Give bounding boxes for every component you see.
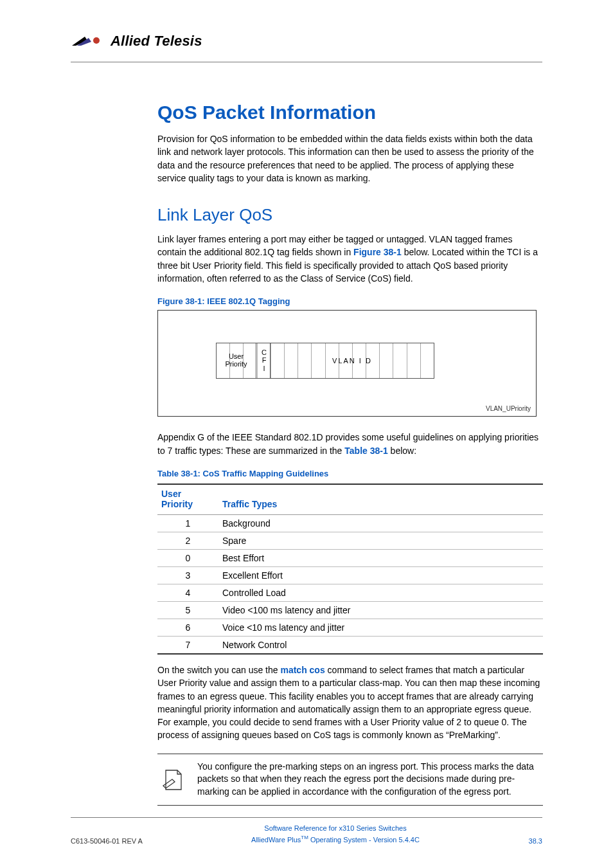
tag-frame-diagram: UserPriority C F I VLAN I D (216, 343, 434, 379)
table-row: 5Video <100 ms latency and jitter (157, 601, 543, 619)
header-rule (71, 62, 542, 62)
th-user-priority: UserPriority (157, 484, 218, 515)
p3-b: below: (388, 446, 416, 456)
match-cos-command-link[interactable]: match cos (280, 665, 324, 675)
table-caption: Table 38-1: CoS Traffic Mapping Guidelin… (157, 469, 543, 478)
page-footer: C613-50046-01 REV A Software Reference f… (71, 817, 542, 845)
brand-name: Allied Telesis (111, 33, 202, 50)
table-row: 7Network Control (157, 636, 543, 654)
label-user-priority: UserPriority (216, 352, 256, 368)
cell-up: 2 (157, 532, 218, 549)
table-row: 4Controlled Load (157, 584, 543, 601)
footer-page-number: 38.3 (504, 837, 542, 845)
cell-up: 4 (157, 584, 218, 601)
note-text: You configure the pre-marking steps on a… (197, 761, 543, 799)
cell-tt: Voice <10 ms latency and jitter (218, 619, 543, 636)
note-icon (157, 766, 188, 792)
cos-table: UserPriority Traffic Types 1Background 2… (157, 484, 543, 655)
figure-link[interactable]: Figure 38-1 (353, 247, 402, 257)
brand-logo: Allied Telesis (71, 33, 202, 50)
th-traffic-types: Traffic Types (218, 484, 543, 515)
intro-paragraph: Provision for QoS information to be embe… (157, 132, 543, 185)
svg-point-2 (93, 37, 100, 44)
cell-tt: Excellent Effort (218, 566, 543, 584)
cell-up: 3 (157, 566, 218, 584)
note-block: You configure the pre-marking steps on a… (157, 754, 543, 806)
table-link[interactable]: Table 38-1 (344, 446, 387, 456)
footer-doc-id: C613-50046-01 REV A (71, 837, 167, 845)
label-cfi: C F I (258, 348, 270, 372)
cell-tt: Spare (218, 532, 543, 549)
section-heading-link-layer: Link Layer QoS (157, 205, 543, 225)
cell-tt: Video <100 ms latency and jitter (218, 601, 543, 619)
figure-box: UserPriority C F I VLAN I D VLAN_UPriori… (157, 310, 537, 417)
table-row: 2Spare (157, 532, 543, 549)
page-title: QoS Packet Information (157, 102, 543, 123)
link-layer-paragraph: Link layer frames entering a port may ei… (157, 233, 543, 285)
figure-footer-label: VLAN_UPriority (486, 405, 531, 412)
footer-subtitle: AlliedWare PlusTM Operating System - Ver… (167, 834, 504, 845)
cell-tt: Controlled Load (218, 584, 543, 601)
table-row: 6Voice <10 ms latency and jitter (157, 619, 543, 636)
cell-up: 5 (157, 601, 218, 619)
table-row: 3Excellent Effort (157, 566, 543, 584)
cell-tt: Best Effort (218, 549, 543, 566)
logo-icon (71, 34, 105, 48)
match-cos-paragraph: On the switch you can use the match cos … (157, 664, 543, 742)
cell-tt: Network Control (218, 636, 543, 654)
p4-a: On the switch you can use the (157, 665, 280, 675)
cell-up: 0 (157, 549, 218, 566)
cell-up: 1 (157, 514, 218, 532)
label-vlan-id: VLAN I D (332, 357, 373, 365)
appendix-paragraph: Appendix G of the IEEE Standard 802.1D p… (157, 431, 543, 457)
table-row: 1Background (157, 514, 543, 532)
cell-up: 6 (157, 619, 218, 636)
figure-caption: Figure 38-1: IEEE 802.1Q Tagging (157, 296, 543, 306)
cell-up: 7 (157, 636, 218, 654)
footer-title: Software Reference for x310 Series Switc… (167, 823, 504, 834)
cell-tt: Background (218, 514, 543, 532)
p4-b: command to select frames that match a pa… (157, 665, 540, 740)
table-row: 0Best Effort (157, 549, 543, 566)
